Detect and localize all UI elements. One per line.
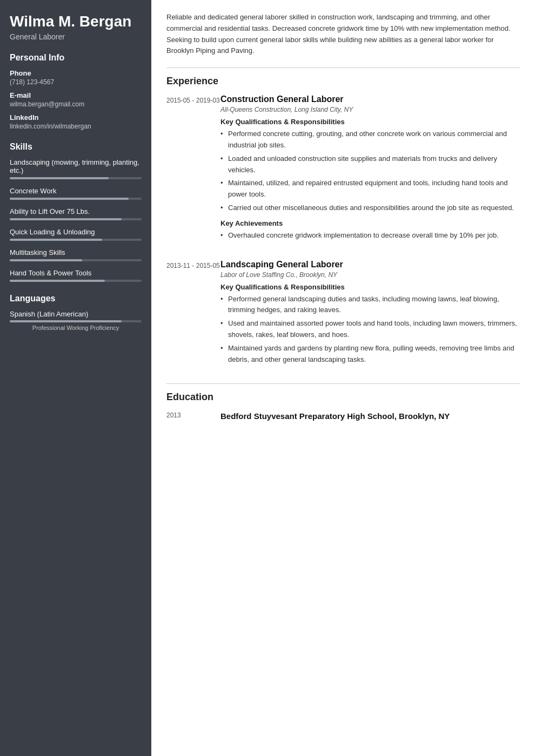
skill-item: Landscaping (mowing, trimming, planting,… [10, 158, 142, 179]
qualifications-heading: Key Qualifications & Responsibilities [220, 283, 520, 291]
email-label: E-mail [10, 91, 142, 99]
job-title: Construction General Laborer [220, 94, 520, 104]
linkedin-value: linkedin.com/in/wilmabergan [10, 123, 142, 130]
qualification-bullet: Maintained yards and gardens by planting… [220, 343, 520, 366]
languages-heading: Languages [10, 294, 142, 303]
education-heading: Education [166, 392, 520, 403]
experience-item: 2015-05 - 2019-03 Construction General L… [166, 94, 520, 246]
sidebar: Wilma M. Bergan General Laborer Personal… [0, 0, 151, 756]
qualification-bullet: Maintained, utilized, and repaired entru… [220, 178, 520, 200]
language-level: Professional Working Proficiency [10, 325, 142, 331]
qualification-bullet: Loaded and unloaded construction site su… [220, 153, 520, 176]
skills-heading: Skills [10, 142, 142, 152]
languages-section: Languages Spanish (Latin American) Profe… [10, 294, 142, 331]
qualifications-bullets: Performed general landscaping duties and… [220, 294, 520, 366]
skill-bar-bg [10, 259, 142, 261]
skill-name: Hand Tools & Power Tools [10, 269, 142, 277]
personal-info-section: Personal Info Phone (718) 123-4567 E-mai… [10, 53, 142, 130]
qualification-bullet: Performed concrete cutting, grouting, an… [220, 129, 520, 151]
skill-item: Hand Tools & Power Tools [10, 269, 142, 282]
skill-item: Ability to Lift Over 75 Lbs. [10, 207, 142, 220]
name-title-block: Wilma M. Bergan General Laborer [10, 13, 142, 41]
skill-item: Multitasking Skills [10, 248, 142, 261]
experience-heading: Experience [166, 76, 520, 87]
skill-bar-bg [10, 198, 142, 200]
exp-dates: 2013-11 - 2015-05 [166, 260, 220, 371]
skill-bar-fill [10, 198, 129, 200]
skills-list: Landscaping (mowing, trimming, planting,… [10, 158, 142, 282]
education-item: 2013 Bedford Stuyvesant Preparatory High… [166, 410, 520, 422]
personal-info-heading: Personal Info [10, 53, 142, 63]
main-content: Reliable and dedicated general laborer s… [151, 0, 535, 756]
achievements-heading: Key Achievements [220, 219, 520, 227]
achievement-bullet: Overhauled concrete gridwork implementat… [220, 230, 520, 241]
skill-name: Landscaping (mowing, trimming, planting,… [10, 158, 142, 174]
qualifications-bullets: Performed concrete cutting, grouting, an… [220, 129, 520, 214]
linkedin-label: LinkedIn [10, 113, 142, 122]
phone-value: (718) 123-4567 [10, 78, 142, 86]
candidate-name: Wilma M. Bergan [10, 13, 142, 30]
qualification-bullet: Carried out other miscellaneous duties a… [220, 202, 520, 214]
company-name: Labor of Love Staffing Co., Brooklyn, NY [220, 271, 520, 279]
skill-name: Multitasking Skills [10, 248, 142, 256]
skill-name: Concrete Work [10, 187, 142, 195]
edu-date: 2013 [166, 410, 220, 422]
edu-content: Bedford Stuyvesant Preparatory High Scho… [220, 410, 520, 422]
candidate-title: General Laborer [10, 32, 142, 41]
skill-bar-fill [10, 218, 122, 220]
skill-name: Quick Loading & Unloading [10, 228, 142, 236]
skill-bar-fill [10, 239, 102, 241]
skill-bar-fill [10, 280, 105, 282]
skill-bar-bg [10, 218, 142, 220]
skill-bar-fill [10, 177, 109, 179]
language-bar-fill [10, 320, 122, 322]
qualification-bullet: Performed general landscaping duties and… [220, 294, 520, 316]
education-divider [166, 383, 520, 384]
skill-item: Concrete Work [10, 187, 142, 200]
experience-divider [166, 68, 520, 68]
qualification-bullet: Used and maintained assorted power tools… [220, 318, 520, 341]
languages-list: Spanish (Latin American) Professional Wo… [10, 310, 142, 331]
company-name: All-Queens Construction, Long Island Cit… [220, 106, 520, 113]
language-bar-bg [10, 320, 142, 322]
skills-section: Skills Landscaping (mowing, trimming, pl… [10, 142, 142, 282]
summary-text: Reliable and dedicated general laborer s… [166, 12, 520, 57]
skill-bar-bg [10, 177, 142, 179]
language-item: Spanish (Latin American) Professional Wo… [10, 310, 142, 331]
skill-item: Quick Loading & Unloading [10, 228, 142, 241]
experience-item: 2013-11 - 2015-05 Landscaping General La… [166, 260, 520, 371]
achievement-bullets: Overhauled concrete gridwork implementat… [220, 230, 520, 241]
experience-list: 2015-05 - 2019-03 Construction General L… [166, 94, 520, 370]
skill-bar-bg [10, 280, 142, 282]
language-name: Spanish (Latin American) [10, 310, 142, 318]
email-value: wilma.bergan@gmail.com [10, 100, 142, 108]
school-name: Bedford Stuyvesant Preparatory High Scho… [220, 410, 520, 422]
skill-name: Ability to Lift Over 75 Lbs. [10, 207, 142, 215]
exp-content: Construction General Laborer All-Queens … [220, 94, 520, 246]
phone-label: Phone [10, 69, 142, 77]
exp-dates: 2015-05 - 2019-03 [166, 94, 220, 246]
education-list: 2013 Bedford Stuyvesant Preparatory High… [166, 410, 520, 422]
qualifications-heading: Key Qualifications & Responsibilities [220, 118, 520, 126]
job-title: Landscaping General Laborer [220, 260, 520, 269]
skill-bar-fill [10, 259, 82, 261]
skill-bar-bg [10, 239, 142, 241]
exp-content: Landscaping General Laborer Labor of Lov… [220, 260, 520, 371]
